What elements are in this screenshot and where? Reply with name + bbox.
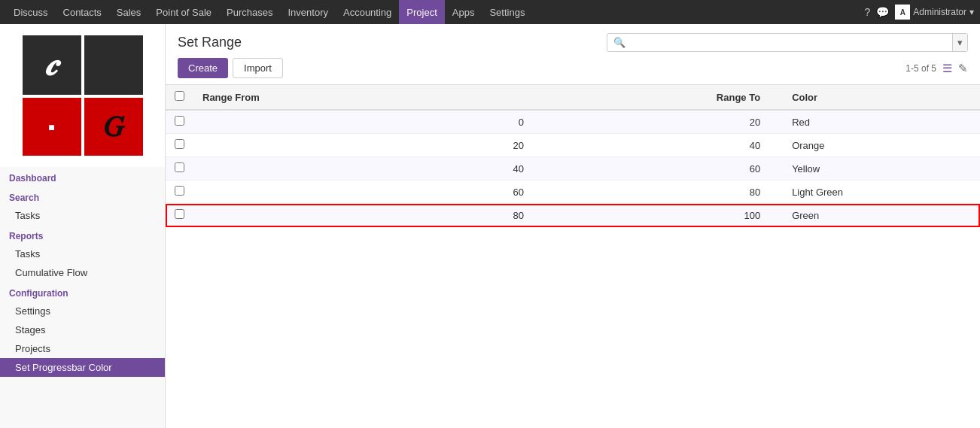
sidebar-dashboard-label: Dashboard bbox=[0, 167, 165, 187]
sidebar-search-section: Search bbox=[0, 187, 165, 206]
page-title-row: Set Range 🔍 ▾ bbox=[178, 33, 968, 52]
cell-color: Red bbox=[783, 110, 980, 134]
cell-range-from: 0 bbox=[193, 110, 546, 134]
data-table: Range From Range To Color 0 20 Red 20 40… bbox=[166, 85, 980, 227]
nav-settings[interactable]: Settings bbox=[482, 0, 532, 24]
row-checkbox-cell bbox=[166, 134, 193, 157]
nav-project[interactable]: Project bbox=[399, 0, 444, 24]
header-color: Color bbox=[783, 85, 980, 110]
table-area: Range From Range To Color 0 20 Red 20 40… bbox=[166, 85, 980, 428]
main-content: Set Range 🔍 ▾ Create Import 1-5 of 5 ☰ ✎ bbox=[166, 24, 980, 428]
sidebar-item-settings[interactable]: Settings bbox=[0, 302, 165, 320]
logo: 𝒄 ■ 𝐺 bbox=[23, 35, 143, 156]
table-row[interactable]: 20 40 Orange bbox=[166, 134, 980, 157]
row-checkbox[interactable] bbox=[175, 186, 184, 196]
sidebar-configuration-section: Configuration bbox=[0, 282, 165, 302]
page-title: Set Range bbox=[178, 35, 242, 50]
cell-color: Green bbox=[783, 204, 980, 227]
admin-label: Administrator bbox=[913, 7, 966, 17]
table-row[interactable]: 0 20 Red bbox=[166, 110, 980, 134]
chat-icon[interactable]: 💬 bbox=[876, 6, 889, 18]
nav-discuss[interactable]: Discuss bbox=[6, 0, 56, 24]
row-checkbox-cell bbox=[166, 110, 193, 134]
sidebar: 𝒄 ■ 𝐺 Dashboard Search Tasks Reports Tas… bbox=[0, 24, 166, 428]
search-dropdown-btn[interactable]: ▾ bbox=[952, 34, 967, 51]
row-checkbox-cell bbox=[166, 157, 193, 181]
sidebar-item-tasks-2[interactable]: Tasks bbox=[0, 244, 165, 263]
header-checkbox-cell bbox=[166, 85, 193, 110]
sidebar-item-stages[interactable]: Stages bbox=[0, 320, 165, 339]
table-row[interactable]: 80 100 Green bbox=[166, 204, 980, 227]
search-bar: 🔍 ▾ bbox=[607, 33, 968, 52]
nav-sales[interactable]: Sales bbox=[109, 0, 149, 24]
table-header-row: Range From Range To Color bbox=[166, 85, 980, 110]
content-header: Set Range 🔍 ▾ Create Import 1-5 of 5 ☰ ✎ bbox=[166, 24, 980, 85]
admin-chevron-icon: ▾ bbox=[969, 7, 974, 17]
cell-range-to: 40 bbox=[546, 134, 783, 157]
table-row[interactable]: 40 60 Yellow bbox=[166, 157, 980, 181]
sidebar-item-tasks-1[interactable]: Tasks bbox=[0, 206, 165, 225]
import-button[interactable]: Import bbox=[233, 58, 283, 78]
cell-range-to: 80 bbox=[546, 181, 783, 204]
nav-right: ? 💬 A Administrator ▾ bbox=[865, 5, 974, 20]
cell-range-from: 40 bbox=[193, 157, 546, 181]
cell-range-to: 60 bbox=[546, 157, 783, 181]
nav-inventory[interactable]: Inventory bbox=[281, 0, 336, 24]
nav-point-of-sale[interactable]: Point of Sale bbox=[148, 0, 219, 24]
search-input[interactable] bbox=[632, 34, 952, 51]
cell-color: Orange bbox=[783, 134, 980, 157]
nav-items: Discuss Contacts Sales Point of Sale Pur… bbox=[6, 0, 865, 24]
main-layout: 𝒄 ■ 𝐺 Dashboard Search Tasks Reports Tas… bbox=[0, 24, 980, 428]
cell-color: Light Green bbox=[783, 181, 980, 204]
search-icon: 🔍 bbox=[607, 34, 632, 51]
row-checkbox[interactable] bbox=[175, 209, 184, 219]
row-checkbox-cell bbox=[166, 204, 193, 227]
sidebar-item-set-progressbar[interactable]: Set Progressbar Color bbox=[0, 358, 165, 377]
sidebar-item-projects[interactable]: Projects bbox=[0, 339, 165, 358]
cell-range-from: 80 bbox=[193, 204, 546, 227]
nav-contacts[interactable]: Contacts bbox=[56, 0, 109, 24]
row-checkbox[interactable] bbox=[175, 162, 184, 172]
cell-range-from: 20 bbox=[193, 134, 546, 157]
list-view-icon[interactable]: ☰ bbox=[942, 62, 952, 75]
select-all-checkbox[interactable] bbox=[175, 91, 184, 101]
row-checkbox[interactable] bbox=[175, 139, 184, 149]
logo-bottom-right: 𝐺 bbox=[84, 98, 143, 156]
toolbar-left: Create Import bbox=[178, 58, 283, 78]
toolbar-right: 1-5 of 5 ☰ ✎ bbox=[905, 62, 968, 75]
nav-accounting[interactable]: Accounting bbox=[336, 0, 399, 24]
table-body: 0 20 Red 20 40 Orange 40 60 Yellow 60 80… bbox=[166, 110, 980, 227]
sidebar-reports-section: Reports bbox=[0, 225, 165, 244]
help-icon[interactable]: ? bbox=[865, 6, 871, 18]
avatar: A bbox=[895, 5, 910, 20]
toolbar-row: Create Import 1-5 of 5 ☰ ✎ bbox=[178, 58, 968, 78]
edit-view-icon[interactable]: ✎ bbox=[958, 62, 968, 75]
sidebar-item-cumulative-flow[interactable]: Cumulative Flow bbox=[0, 263, 165, 282]
nav-purchases[interactable]: Purchases bbox=[219, 0, 280, 24]
top-navigation: Discuss Contacts Sales Point of Sale Pur… bbox=[0, 0, 980, 24]
logo-bottom-left: ■ bbox=[23, 98, 81, 156]
row-checkbox-cell bbox=[166, 181, 193, 204]
header-range-from: Range From bbox=[193, 85, 546, 110]
admin-menu[interactable]: A Administrator ▾ bbox=[895, 5, 974, 20]
nav-apps[interactable]: Apps bbox=[445, 0, 482, 24]
cell-range-to: 20 bbox=[546, 110, 783, 134]
cell-color: Yellow bbox=[783, 157, 980, 181]
table-row[interactable]: 60 80 Light Green bbox=[166, 181, 980, 204]
header-range-to: Range To bbox=[546, 85, 783, 110]
cell-range-from: 60 bbox=[193, 181, 546, 204]
logo-top-right bbox=[84, 35, 143, 95]
logo-area: 𝒄 ■ 𝐺 bbox=[0, 24, 165, 167]
row-checkbox[interactable] bbox=[175, 116, 184, 126]
pagination-text: 1-5 of 5 bbox=[905, 63, 936, 74]
logo-top-left: 𝒄 bbox=[23, 35, 81, 95]
cell-range-to: 100 bbox=[546, 204, 783, 227]
create-button[interactable]: Create bbox=[178, 58, 228, 78]
